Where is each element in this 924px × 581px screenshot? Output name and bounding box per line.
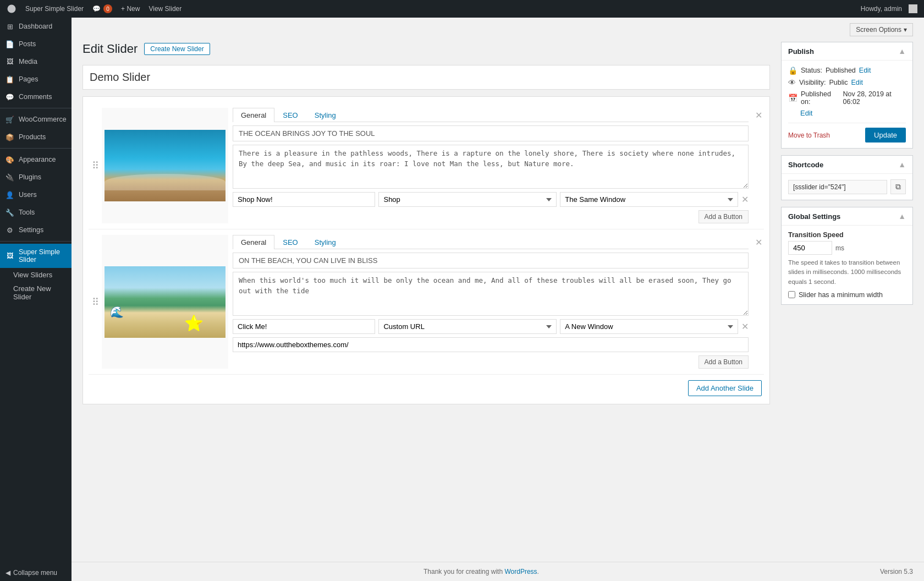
- move-to-trash-link[interactable]: Move to Trash: [788, 131, 830, 139]
- sidebar-item-users[interactable]: 👤 Users: [0, 186, 72, 204]
- slide-1-add-button[interactable]: Add a Button: [698, 210, 749, 223]
- sidebar-item-tools[interactable]: 🔧 Tools: [0, 204, 72, 221]
- slide-2-tab-styling[interactable]: Styling: [306, 235, 344, 249]
- collapse-menu-button[interactable]: ◀ Collapse menu: [0, 564, 72, 581]
- publish-toggle[interactable]: ▲: [898, 47, 906, 56]
- sidebar-sub-create-new-slider[interactable]: Create New Slider: [0, 282, 72, 304]
- sidebar-item-posts[interactable]: 📄 Posts: [0, 35, 72, 53]
- slide-2-button-remove[interactable]: ✕: [741, 321, 749, 332]
- pages-icon: 📋: [6, 75, 14, 84]
- sidebar-item-settings[interactable]: ⚙ Settings: [0, 221, 72, 239]
- minimum-width-row: Slider has a minimum width: [788, 291, 906, 299]
- slide-2-url-input[interactable]: [233, 337, 749, 352]
- status-edit-link[interactable]: Edit: [859, 67, 871, 74]
- transition-speed-input[interactable]: [788, 241, 832, 255]
- sidebar-item-comments[interactable]: 💬 Comments: [0, 88, 72, 106]
- shortcode-input[interactable]: [788, 180, 887, 194]
- screen-options-chevron: ▾: [904, 26, 907, 34]
- slide-1-title-input[interactable]: [233, 125, 749, 141]
- slide-2-button-window-select[interactable]: The Same Window A New Window: [560, 319, 738, 334]
- create-new-slider-button[interactable]: Create New Slider: [144, 43, 210, 55]
- publish-metabox-header: Publish ▲: [782, 42, 912, 61]
- slide-2-button-row: Shop Custom URL Page Post The Same Windo…: [233, 319, 749, 334]
- sidebar-item-appearance[interactable]: 🎨 Appearance: [0, 151, 72, 168]
- slide-2-add-button[interactable]: Add a Button: [698, 355, 749, 369]
- sidebar-item-products[interactable]: 📦 Products: [0, 128, 72, 146]
- slide-2-button-link-select[interactable]: Shop Custom URL Page Post: [378, 319, 557, 334]
- shortcode-copy-button[interactable]: ⧉: [890, 179, 906, 194]
- footer-text: Thank you for creating with: [424, 568, 503, 575]
- slide-1-button-text-input[interactable]: [233, 192, 375, 207]
- slide-1-button-window-select[interactable]: The Same Window A New Window: [560, 192, 738, 207]
- add-another-slide-row: Add Another Slide: [89, 375, 764, 398]
- shortcode-toggle[interactable]: ▲: [898, 160, 906, 169]
- new-label: + New: [121, 5, 140, 13]
- slide-1-tab-general[interactable]: General: [233, 108, 274, 122]
- sidebar-label-media: Media: [19, 58, 37, 65]
- slide-1-button-remove[interactable]: ✕: [741, 194, 749, 205]
- sidebar-sub-view-sliders[interactable]: View Sliders: [0, 268, 72, 282]
- visibility-edit-link[interactable]: Edit: [851, 79, 863, 86]
- slide-2-tab-general[interactable]: General: [233, 235, 274, 249]
- admin-bar-site-name[interactable]: Super Simple Slider: [25, 5, 84, 13]
- tools-icon: 🔧: [6, 208, 14, 217]
- admin-bar-new[interactable]: + New: [121, 5, 140, 13]
- slide-2-drag-handle[interactable]: ⠿: [89, 235, 102, 369]
- add-another-slide-button[interactable]: Add Another Slide: [688, 380, 762, 396]
- global-settings-toggle[interactable]: ▲: [898, 212, 906, 221]
- visibility-label: Visibility:: [799, 79, 826, 86]
- admin-bar-wp-logo[interactable]: [7, 4, 16, 14]
- sidebar-item-pages[interactable]: 📋 Pages: [0, 70, 72, 88]
- slide-2-desc-textarea[interactable]: When this world's too much it will be on…: [233, 272, 749, 316]
- slider-title-input[interactable]: [82, 65, 770, 90]
- sidebar-item-media[interactable]: 🖼 Media: [0, 53, 72, 70]
- slide-1-row: ⠿ General SEO Styling: [89, 102, 764, 229]
- sidebar: ⊞ Dashboard 📄 Posts 🖼 Media 📋 Pages 💬 Co…: [0, 18, 72, 581]
- footer-wordpress-link[interactable]: WordPress: [504, 568, 537, 575]
- slide-2-tab-seo[interactable]: SEO: [274, 235, 306, 249]
- slide-1-desc-textarea[interactable]: There is a pleasure in the pathless wood…: [233, 145, 749, 189]
- dashboard-icon: ⊞: [6, 22, 14, 31]
- transition-speed-row: ms: [788, 241, 906, 255]
- sidebar-item-plugins[interactable]: 🔌 Plugins: [0, 168, 72, 186]
- slide-2-button-text-input[interactable]: [233, 319, 375, 334]
- slide-1-tab-seo[interactable]: SEO: [274, 108, 306, 122]
- slide-1-button-link-select[interactable]: Shop Custom URL Page Post: [378, 192, 557, 207]
- sidebar-item-woocommerce[interactable]: 🛒 WooCommerce: [0, 111, 72, 128]
- slide-2-image-wrap[interactable]: [102, 235, 228, 369]
- products-icon: 📦: [6, 133, 14, 141]
- publish-status-row: 🔒 Status: Published Edit: [788, 66, 906, 75]
- status-value: Published: [826, 67, 856, 74]
- sidebar-label-posts: Posts: [19, 40, 36, 48]
- sidebar-label-comments: Comments: [19, 93, 52, 101]
- minimum-width-checkbox[interactable]: [788, 291, 795, 298]
- update-button[interactable]: Update: [865, 128, 906, 142]
- slide-1-tab-styling[interactable]: Styling: [306, 108, 344, 122]
- slide-2-tabs: General SEO Styling: [233, 235, 749, 249]
- status-icon: 🔒: [788, 66, 798, 75]
- published-date-edit-link[interactable]: Edit: [800, 109, 812, 117]
- main-content: Screen Options ▾ Edit Slider Create New …: [72, 18, 924, 581]
- slide-2-close-button[interactable]: ✕: [753, 235, 764, 369]
- settings-icon: ⚙: [6, 226, 14, 234]
- comment-icon: 💬: [92, 5, 101, 13]
- transition-speed-desc: The speed it takes to transition between…: [788, 258, 906, 287]
- slide-1-image-wrap[interactable]: [102, 108, 228, 223]
- sidebar-item-super-simple-slider[interactable]: 🖼 Super Simple Slider: [0, 244, 72, 268]
- status-label: Status:: [801, 67, 822, 74]
- admin-bar-comments[interactable]: 💬 0: [92, 4, 112, 13]
- published-label: Published on:: [801, 90, 840, 106]
- global-settings-metabox: Global Settings ▲ Transition Speed ms Th…: [781, 207, 913, 305]
- sidebar-label-pages: Pages: [19, 75, 38, 83]
- sidebar-item-dashboard[interactable]: ⊞ Dashboard: [0, 18, 72, 35]
- site-footer: Thank you for creating with WordPress. V…: [72, 562, 924, 581]
- admin-bar-view-slider[interactable]: View Slider: [148, 5, 182, 13]
- collapse-label: Collapse menu: [13, 569, 57, 577]
- slide-1-close-button[interactable]: ✕: [753, 108, 764, 223]
- screen-options-button[interactable]: Screen Options ▾: [850, 23, 913, 36]
- woocommerce-icon: 🛒: [6, 115, 14, 124]
- slider-icon: 🖼: [6, 251, 14, 260]
- published-date: Nov 28, 2019 at 06:02: [843, 90, 906, 106]
- slide-2-title-input[interactable]: [233, 253, 749, 268]
- slide-1-drag-handle[interactable]: ⠿: [89, 108, 102, 223]
